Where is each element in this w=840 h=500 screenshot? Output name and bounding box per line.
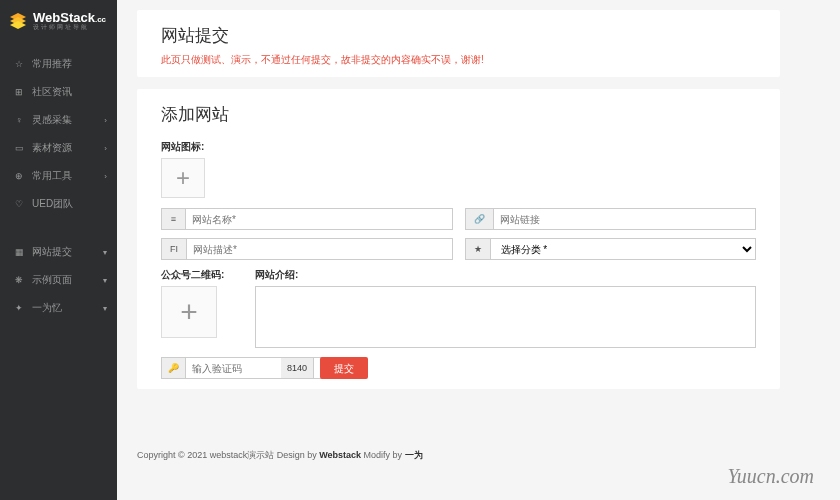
nav-item-ued[interactable]: ♡UED团队 <box>0 190 117 218</box>
main-content: 网站提交 此页只做测试、演示，不通过任何提交，故非提交的内容确实不误，谢谢! 添… <box>117 0 840 500</box>
form-card: 添加网站 网站图标: + ≡ 🔗 FI <box>137 89 780 389</box>
page-icon: ❋ <box>14 275 24 285</box>
footer: Copyright © 2021 webstack演示站 Design by W… <box>137 449 423 462</box>
nav-item-community[interactable]: ⊞社区资讯 <box>0 78 117 106</box>
intro-label: 网站介绍: <box>255 268 756 282</box>
nav-item-yiwei[interactable]: ✦一为忆▾ <box>0 294 117 322</box>
chevron-down-icon: ▾ <box>103 304 107 313</box>
star-icon: ☆ <box>14 59 24 69</box>
nav-secondary: ▦网站提交▾ ❋示例页面▾ ✦一为忆▾ <box>0 238 117 322</box>
category-addon-icon: ★ <box>465 238 490 260</box>
logo-icon <box>8 11 28 31</box>
category-select[interactable]: 选择分类 * <box>490 238 757 260</box>
form-title: 添加网站 <box>161 103 756 126</box>
captcha-code[interactable]: 8140 <box>281 357 314 379</box>
qr-upload[interactable]: + <box>161 286 217 338</box>
chevron-right-icon: › <box>104 172 107 181</box>
header-card: 网站提交 此页只做测试、演示，不通过任何提交，故非提交的内容确实不误，谢谢! <box>137 10 780 77</box>
intro-textarea[interactable] <box>255 286 756 348</box>
sparkle-icon: ✦ <box>14 303 24 313</box>
page-title: 网站提交 <box>161 24 756 47</box>
icon-upload[interactable]: + <box>161 158 205 198</box>
link-addon-icon: 🔗 <box>465 208 493 230</box>
site-desc-input[interactable] <box>186 238 453 260</box>
site-link-input[interactable] <box>493 208 757 230</box>
modifier-link[interactable]: 一为 <box>405 450 423 460</box>
nav-item-resources[interactable]: ▭素材资源› <box>0 134 117 162</box>
chevron-down-icon: ▾ <box>103 248 107 257</box>
nav-item-submit[interactable]: ▦网站提交▾ <box>0 238 117 266</box>
sidebar: WebStack.cc 设计师网址导航 ☆常用推荐 ⊞社区资讯 ♀灵感采集› ▭… <box>0 0 117 500</box>
key-icon: 🔑 <box>161 357 185 379</box>
nav-item-example[interactable]: ❋示例页面▾ <box>0 266 117 294</box>
submit-icon: ▦ <box>14 247 24 257</box>
nav-item-tools[interactable]: ⊕常用工具› <box>0 162 117 190</box>
heart-icon: ♡ <box>14 199 24 209</box>
chevron-down-icon: ▾ <box>103 276 107 285</box>
name-addon-icon: ≡ <box>161 208 185 230</box>
grid-icon: ⊞ <box>14 87 24 97</box>
chevron-right-icon: › <box>104 144 107 153</box>
gear-icon: ⊕ <box>14 171 24 181</box>
logo[interactable]: WebStack.cc 设计师网址导航 <box>0 0 117 42</box>
site-name-input[interactable] <box>185 208 453 230</box>
folder-icon: ▭ <box>14 143 24 153</box>
nav-item-recommend[interactable]: ☆常用推荐 <box>0 50 117 78</box>
watermark: Yuucn.com <box>728 465 814 488</box>
plus-icon: + <box>180 295 198 329</box>
nav-primary: ☆常用推荐 ⊞社区资讯 ♀灵感采集› ▭素材资源› ⊕常用工具› ♡UED团队 <box>0 50 117 218</box>
chevron-right-icon: › <box>104 116 107 125</box>
desc-addon-icon: FI <box>161 238 186 260</box>
designer-link[interactable]: Webstack <box>319 450 361 460</box>
plus-icon: + <box>176 164 190 192</box>
qr-label: 公众号二维码: <box>161 268 241 282</box>
icon-label: 网站图标: <box>161 140 756 154</box>
submit-button[interactable]: 提交 <box>320 357 368 379</box>
notice-text: 此页只做测试、演示，不通过任何提交，故非提交的内容确实不误，谢谢! <box>161 53 756 67</box>
nav-item-inspiration[interactable]: ♀灵感采集› <box>0 106 117 134</box>
bulb-icon: ♀ <box>14 115 24 125</box>
